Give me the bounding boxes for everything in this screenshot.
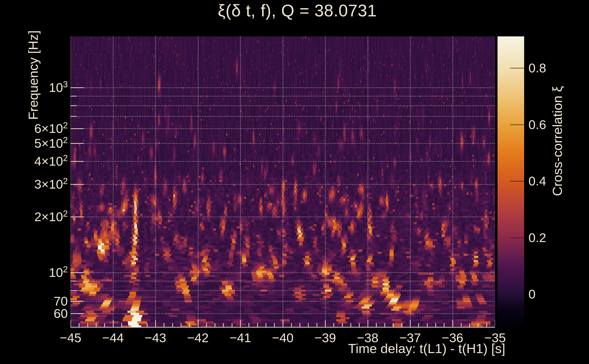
- x-tick-label: −42: [175, 330, 221, 345]
- colorbar-title: Cross-correlation ξ: [550, 86, 565, 196]
- colorbar-tick-label: 0.8: [529, 60, 546, 76]
- x-tick-label: −36: [430, 330, 475, 345]
- y-tick-label: 102: [0, 265, 68, 281]
- colorbar-tick-label: 0.6: [529, 117, 546, 132]
- x-tick-label: −38: [345, 330, 391, 345]
- y-tick-label: 2×102: [0, 209, 68, 226]
- x-tick-label: −45: [48, 330, 93, 345]
- x-tick-label: −35: [472, 330, 518, 345]
- x-tick-label: −44: [90, 330, 136, 345]
- x-tick-label: −40: [260, 330, 306, 345]
- x-tick-label: −41: [218, 330, 263, 345]
- y-tick-label: 3×102: [0, 177, 68, 193]
- y-tick-label: 5×102: [0, 136, 68, 152]
- x-tick-label: −43: [133, 330, 178, 345]
- colorbar-tick-label: 0.2: [529, 230, 546, 245]
- y-tick-label: 4×102: [0, 154, 68, 170]
- y-axis-title: Frequency [Hz]: [26, 30, 41, 120]
- figure-root: ξ(δ t, f), Q = 38.0731 Frequency [Hz] Ti…: [0, 0, 589, 364]
- y-tick-label: 103: [0, 80, 68, 97]
- x-tick-label: −37: [387, 330, 433, 345]
- page-title: ξ(δ t, f), Q = 38.0731: [71, 1, 524, 20]
- x-tick-label: −39: [302, 330, 348, 345]
- colorbar-canvas: [497, 36, 524, 328]
- colorbar-tick-label: 0.4: [529, 174, 546, 188]
- colorbar-tick-label: 0: [529, 287, 536, 302]
- y-tick-label: 60: [0, 306, 68, 321]
- spectrogram-canvas: [71, 36, 495, 328]
- y-tick-label: 6×102: [0, 121, 68, 137]
